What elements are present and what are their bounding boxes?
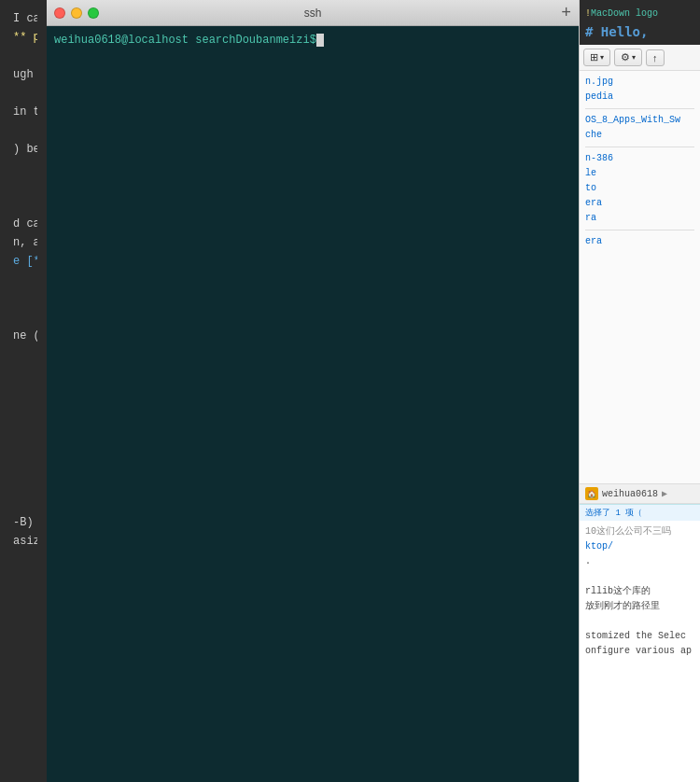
editor-line-27 — [9, 495, 37, 513]
right-header-text: !MacDown logo — [585, 8, 658, 19]
terminal-title: ssh — [304, 7, 322, 20]
arrow-icon: ▶ — [662, 488, 667, 499]
editor-line-26 — [9, 476, 37, 495]
editor-line-22 — [9, 401, 37, 420]
right-panel: !MacDown logo # Hello, ⊞ ▾ ⚙ ▾ ↑ n.jpg p… — [579, 0, 700, 782]
share-icon: ↑ — [652, 52, 658, 63]
right-toolbar: ⊞ ▾ ⚙ ▾ ↑ — [580, 45, 700, 71]
selection-text: 选择了 1 项（ — [585, 509, 642, 518]
bottom-header: 🏠 weihua0618 ▶ — [580, 484, 700, 504]
list-item-10[interactable]: era — [585, 234, 694, 249]
editor-line-9 — [9, 159, 37, 177]
editor-line-8: ) be — [9, 140, 37, 159]
right-bottom-panel: 🏠 weihua0618 ▶ 选择了 1 项（ 10这们么公司不三吗 ktop/… — [580, 483, 700, 782]
editor-line-21 — [9, 383, 37, 401]
bottom-content: 10这们么公司不三吗 ktop/ . rllib这个库的 放到刚才的路径里 st… — [580, 521, 700, 782]
editor-line-1: I ca — [9, 9, 37, 28]
editor-line-10 — [9, 177, 37, 196]
gear-button[interactable]: ⚙ ▾ — [614, 49, 642, 66]
editor-panel: I ca ** p ugh in t ) be d ca n, and e [*… — [0, 0, 47, 782]
terminal-prompt: weihua0618@localhost searchDoubanmeizi$ — [54, 32, 571, 49]
prompt-user: weihua0618@localhost searchDoubanmeizi$ — [54, 34, 316, 47]
editor-line-19 — [9, 345, 37, 364]
editor-line-12: d ca — [9, 215, 37, 233]
bottom-line-9: onfigure various ap — [585, 644, 694, 659]
editor-line-16 — [9, 289, 37, 308]
right-header: !MacDown logo — [580, 0, 700, 21]
editor-line-25 — [9, 457, 37, 476]
list-item-5[interactable]: n-386 — [585, 151, 694, 166]
editor-line-18: ne ( — [9, 327, 37, 345]
maximize-button[interactable] — [88, 7, 99, 19]
editor-line-4: ugh — [9, 65, 37, 84]
bottom-line-5: rllib这个库的 — [585, 584, 694, 599]
bottom-line-6: 放到刚才的路径里 — [585, 599, 694, 614]
editor-line-6: in t — [9, 103, 37, 121]
bottom-line-1: 10这们么公司不三吗 — [585, 524, 694, 539]
selection-bar: 选择了 1 项（ — [580, 504, 700, 521]
editor-line-5 — [9, 84, 37, 103]
editor-line-20 — [9, 364, 37, 383]
editor-line-15 — [9, 271, 37, 289]
grid-icon: ⊞ — [590, 51, 598, 63]
user-avatar: 🏠 — [585, 487, 598, 500]
editor-line-2: ** p — [9, 28, 37, 47]
editor-line-29: asiz — [9, 532, 37, 551]
list-item-6[interactable]: le — [585, 166, 694, 181]
list-item-1[interactable]: n.jpg — [585, 75, 694, 90]
close-button[interactable] — [54, 7, 65, 19]
list-item-7[interactable]: to — [585, 181, 694, 196]
bottom-line-7 — [585, 614, 694, 629]
terminal-body[interactable]: weihua0618@localhost searchDoubanmeizi$ — [47, 26, 579, 782]
avatar-icon: 🏠 — [587, 490, 596, 498]
divider-3 — [585, 230, 694, 230]
bottom-line-3: . — [585, 554, 694, 569]
list-item-4[interactable]: che — [585, 128, 694, 143]
bottom-line-2[interactable]: ktop/ — [585, 539, 694, 554]
list-item-8[interactable]: era — [585, 196, 694, 211]
list-item-2[interactable]: pedia — [585, 90, 694, 105]
gear-icon: ⚙ — [621, 51, 630, 63]
markdown-heading: # Hello, — [585, 24, 648, 39]
terminal-cursor — [316, 34, 324, 47]
editor-line-23 — [9, 420, 37, 439]
right-main: # Hello, ⊞ ▾ ⚙ ▾ ↑ n.jpg pedia OS_8_Apps… — [580, 21, 700, 483]
minimize-button[interactable] — [71, 7, 82, 19]
list-item-9[interactable]: ra — [585, 211, 694, 226]
grid-chevron: ▾ — [600, 53, 604, 62]
list-item-3[interactable]: OS_8_Apps_With_Sw — [585, 113, 694, 128]
gear-chevron: ▾ — [632, 53, 636, 62]
terminal-titlebar: ssh + — [47, 0, 579, 26]
share-button[interactable]: ↑ — [646, 49, 665, 66]
new-tab-button[interactable]: + — [561, 5, 571, 21]
editor-line-24 — [9, 439, 37, 457]
editor-line-13: n, and — [9, 233, 37, 252]
editor-line-11 — [9, 196, 37, 215]
bottom-line-4 — [585, 569, 694, 584]
grid-view-button[interactable]: ⊞ ▾ — [583, 49, 610, 66]
divider-2 — [585, 147, 694, 147]
editor-line-7 — [9, 121, 37, 140]
editor-line-14: e [* — [9, 252, 37, 271]
right-content: n.jpg pedia OS_8_Apps_With_Sw che n-386 … — [580, 71, 700, 253]
editor-line-3 — [9, 47, 37, 65]
traffic-lights — [54, 7, 99, 19]
username-label: weihua0618 — [602, 489, 658, 499]
bottom-line-8: stomized the Selec — [585, 629, 694, 644]
terminal-panel: ssh + weihua0618@localhost searchDoubanm… — [47, 0, 579, 782]
divider-1 — [585, 108, 694, 109]
editor-line-28: -B) — [9, 513, 37, 532]
editor-line-17 — [9, 308, 37, 327]
